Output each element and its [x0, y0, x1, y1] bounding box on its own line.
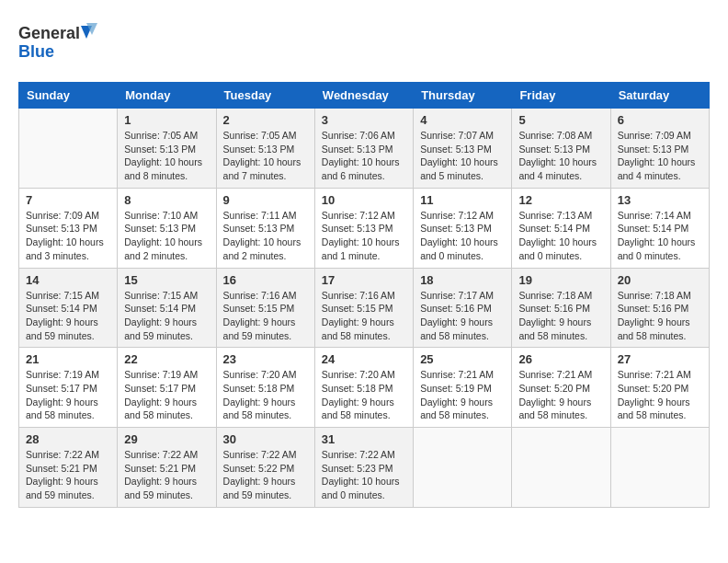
day-number: 30 — [223, 432, 308, 446]
weekday-header-sunday: Sunday — [19, 83, 118, 109]
day-info: Sunrise: 7:16 AM Sunset: 5:15 PM Dayligh… — [223, 289, 308, 343]
day-info: Sunrise: 7:09 AM Sunset: 5:13 PM Dayligh… — [26, 209, 110, 263]
day-number: 5 — [518, 113, 603, 127]
day-info: Sunrise: 7:12 AM Sunset: 5:13 PM Dayligh… — [420, 209, 505, 263]
calendar-day-cell: 18Sunrise: 7:17 AM Sunset: 5:16 PM Dayli… — [414, 268, 512, 348]
svg-text:Blue: Blue — [18, 42, 54, 61]
day-info: Sunrise: 7:22 AM Sunset: 5:23 PM Dayligh… — [322, 448, 406, 502]
calendar-day-cell: 7Sunrise: 7:09 AM Sunset: 5:13 PM Daylig… — [19, 188, 118, 268]
day-number: 16 — [223, 273, 308, 287]
day-number: 1 — [124, 113, 209, 127]
calendar-day-cell: 2Sunrise: 7:05 AM Sunset: 5:13 PM Daylig… — [216, 109, 314, 189]
calendar-day-cell: 4Sunrise: 7:07 AM Sunset: 5:13 PM Daylig… — [414, 109, 512, 189]
calendar-day-cell: 6Sunrise: 7:09 AM Sunset: 5:13 PM Daylig… — [610, 109, 709, 189]
day-info: Sunrise: 7:05 AM Sunset: 5:13 PM Dayligh… — [124, 129, 209, 183]
weekday-header-thursday: Thursday — [414, 83, 512, 109]
calendar-day-cell: 16Sunrise: 7:16 AM Sunset: 5:15 PM Dayli… — [216, 268, 314, 348]
day-number: 12 — [518, 193, 603, 207]
calendar-table: SundayMondayTuesdayWednesdayThursdayFrid… — [18, 82, 710, 508]
calendar-day-cell: 17Sunrise: 7:16 AM Sunset: 5:15 PM Dayli… — [314, 268, 413, 348]
day-number: 29 — [124, 432, 209, 446]
calendar-day-cell: 19Sunrise: 7:18 AM Sunset: 5:16 PM Dayli… — [512, 268, 610, 348]
calendar-day-cell: 12Sunrise: 7:13 AM Sunset: 5:14 PM Dayli… — [512, 188, 610, 268]
day-number: 20 — [618, 273, 702, 287]
day-info: Sunrise: 7:09 AM Sunset: 5:13 PM Dayligh… — [618, 129, 702, 183]
calendar-day-cell: 25Sunrise: 7:21 AM Sunset: 5:19 PM Dayli… — [414, 348, 512, 428]
day-info: Sunrise: 7:20 AM Sunset: 5:18 PM Dayligh… — [223, 368, 308, 422]
calendar-day-cell: 9Sunrise: 7:11 AM Sunset: 5:13 PM Daylig… — [216, 188, 314, 268]
calendar-day-cell: 22Sunrise: 7:19 AM Sunset: 5:17 PM Dayli… — [118, 348, 216, 428]
weekday-header-monday: Monday — [118, 83, 216, 109]
calendar-day-cell: 30Sunrise: 7:22 AM Sunset: 5:22 PM Dayli… — [216, 428, 314, 508]
day-number: 25 — [420, 352, 505, 366]
day-number: 23 — [223, 352, 308, 366]
day-info: Sunrise: 7:21 AM Sunset: 5:20 PM Dayligh… — [518, 368, 603, 422]
day-info: Sunrise: 7:21 AM Sunset: 5:20 PM Dayligh… — [618, 368, 702, 422]
calendar-body: 1Sunrise: 7:05 AM Sunset: 5:13 PM Daylig… — [19, 109, 710, 508]
calendar-day-cell — [19, 109, 118, 189]
day-info: Sunrise: 7:10 AM Sunset: 5:13 PM Dayligh… — [124, 209, 209, 263]
calendar-day-cell: 8Sunrise: 7:10 AM Sunset: 5:13 PM Daylig… — [118, 188, 216, 268]
day-info: Sunrise: 7:18 AM Sunset: 5:16 PM Dayligh… — [618, 289, 702, 343]
calendar-week-row: 21Sunrise: 7:19 AM Sunset: 5:17 PM Dayli… — [19, 348, 710, 428]
logo-svg: General Blue — [18, 18, 119, 69]
day-number: 2 — [223, 113, 308, 127]
day-info: Sunrise: 7:20 AM Sunset: 5:18 PM Dayligh… — [322, 368, 406, 422]
logo: General Blue — [18, 18, 119, 73]
weekday-header-row: SundayMondayTuesdayWednesdayThursdayFrid… — [19, 83, 710, 109]
day-number: 6 — [618, 113, 702, 127]
day-number: 11 — [420, 193, 505, 207]
day-info: Sunrise: 7:06 AM Sunset: 5:13 PM Dayligh… — [322, 129, 406, 183]
day-info: Sunrise: 7:05 AM Sunset: 5:13 PM Dayligh… — [223, 129, 308, 183]
day-number: 4 — [420, 113, 505, 127]
calendar-day-cell: 29Sunrise: 7:22 AM Sunset: 5:21 PM Dayli… — [118, 428, 216, 508]
calendar-day-cell: 28Sunrise: 7:22 AM Sunset: 5:21 PM Dayli… — [19, 428, 118, 508]
calendar-day-cell: 27Sunrise: 7:21 AM Sunset: 5:20 PM Dayli… — [610, 348, 709, 428]
day-info: Sunrise: 7:22 AM Sunset: 5:22 PM Dayligh… — [223, 448, 308, 502]
day-info: Sunrise: 7:19 AM Sunset: 5:17 PM Dayligh… — [124, 368, 209, 422]
day-info: Sunrise: 7:22 AM Sunset: 5:21 PM Dayligh… — [124, 448, 209, 502]
day-info: Sunrise: 7:14 AM Sunset: 5:14 PM Dayligh… — [618, 209, 702, 263]
day-info: Sunrise: 7:12 AM Sunset: 5:13 PM Dayligh… — [322, 209, 406, 263]
calendar-day-cell: 26Sunrise: 7:21 AM Sunset: 5:20 PM Dayli… — [512, 348, 610, 428]
calendar-day-cell: 10Sunrise: 7:12 AM Sunset: 5:13 PM Dayli… — [314, 188, 413, 268]
calendar-day-cell: 1Sunrise: 7:05 AM Sunset: 5:13 PM Daylig… — [118, 109, 216, 189]
day-number: 18 — [420, 273, 505, 287]
calendar-day-cell: 23Sunrise: 7:20 AM Sunset: 5:18 PM Dayli… — [216, 348, 314, 428]
calendar-week-row: 28Sunrise: 7:22 AM Sunset: 5:21 PM Dayli… — [19, 428, 710, 508]
calendar-day-cell: 14Sunrise: 7:15 AM Sunset: 5:14 PM Dayli… — [19, 268, 118, 348]
calendar-day-cell: 20Sunrise: 7:18 AM Sunset: 5:16 PM Dayli… — [610, 268, 709, 348]
day-number: 10 — [322, 193, 406, 207]
day-number: 3 — [322, 113, 406, 127]
day-info: Sunrise: 7:07 AM Sunset: 5:13 PM Dayligh… — [420, 129, 505, 183]
day-info: Sunrise: 7:08 AM Sunset: 5:13 PM Dayligh… — [518, 129, 603, 183]
calendar-week-row: 14Sunrise: 7:15 AM Sunset: 5:14 PM Dayli… — [19, 268, 710, 348]
day-number: 15 — [124, 273, 209, 287]
weekday-header-friday: Friday — [512, 83, 610, 109]
day-number: 22 — [124, 352, 209, 366]
weekday-header-saturday: Saturday — [610, 83, 709, 109]
day-number: 24 — [322, 352, 406, 366]
day-number: 17 — [322, 273, 406, 287]
day-info: Sunrise: 7:15 AM Sunset: 5:14 PM Dayligh… — [26, 289, 110, 343]
day-number: 14 — [26, 273, 110, 287]
calendar-day-cell: 24Sunrise: 7:20 AM Sunset: 5:18 PM Dayli… — [314, 348, 413, 428]
day-number: 27 — [618, 352, 702, 366]
day-number: 21 — [26, 352, 110, 366]
calendar-day-cell: 13Sunrise: 7:14 AM Sunset: 5:14 PM Dayli… — [610, 188, 709, 268]
day-number: 13 — [618, 193, 702, 207]
day-number: 19 — [518, 273, 603, 287]
day-info: Sunrise: 7:22 AM Sunset: 5:21 PM Dayligh… — [26, 448, 110, 502]
day-info: Sunrise: 7:16 AM Sunset: 5:15 PM Dayligh… — [322, 289, 406, 343]
calendar-day-cell: 31Sunrise: 7:22 AM Sunset: 5:23 PM Dayli… — [314, 428, 413, 508]
calendar-day-cell: 21Sunrise: 7:19 AM Sunset: 5:17 PM Dayli… — [19, 348, 118, 428]
weekday-header-tuesday: Tuesday — [216, 83, 314, 109]
calendar-week-row: 7Sunrise: 7:09 AM Sunset: 5:13 PM Daylig… — [19, 188, 710, 268]
day-number: 9 — [223, 193, 308, 207]
day-info: Sunrise: 7:19 AM Sunset: 5:17 PM Dayligh… — [26, 368, 110, 422]
day-number: 28 — [26, 432, 110, 446]
day-number: 8 — [124, 193, 209, 207]
calendar-day-cell — [414, 428, 512, 508]
day-number: 7 — [26, 193, 110, 207]
day-info: Sunrise: 7:17 AM Sunset: 5:16 PM Dayligh… — [420, 289, 505, 343]
